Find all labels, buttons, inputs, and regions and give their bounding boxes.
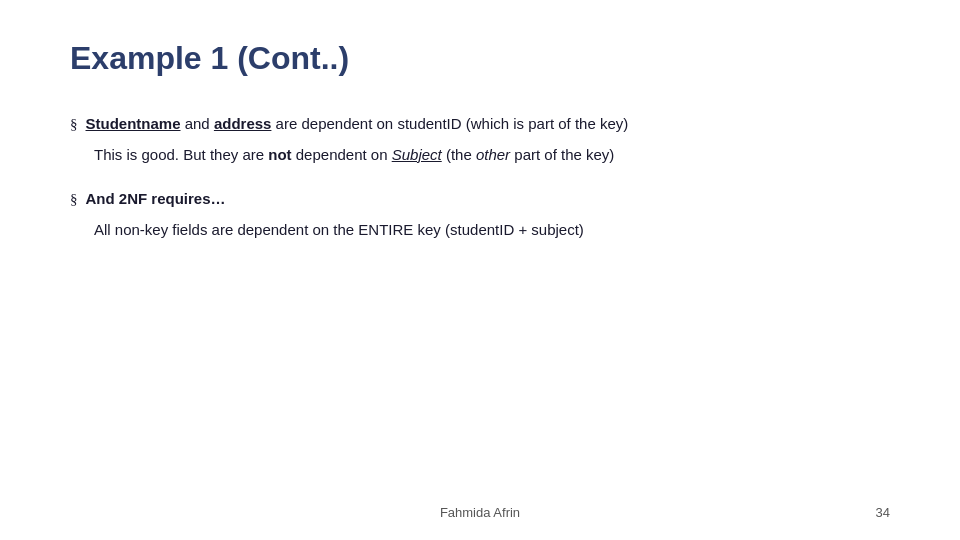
bullet-line-1: § Studentname and address are dependent …: [70, 113, 890, 136]
address-text: address: [214, 115, 272, 132]
studentname-text: Studentname: [86, 115, 181, 132]
sub-post-text: dependent on: [292, 146, 392, 163]
slide: Example 1 (Cont..) § Studentname and add…: [0, 0, 960, 540]
slide-title: Example 1 (Cont..): [70, 40, 890, 77]
footer-author: Fahmida Afrin: [0, 505, 960, 520]
bullet-section-1: § Studentname and address are dependent …: [70, 113, 890, 166]
bullet-marker-2: §: [70, 191, 78, 208]
bullet-1-subline: This is good. But they are not dependent…: [94, 144, 890, 167]
bullet-2-text: And 2NF requires…: [86, 188, 226, 211]
bullet-2-subline: All non-key fields are dependent on the …: [94, 219, 890, 242]
subject-text: Subject: [392, 146, 442, 163]
sub-middle-text: (the: [442, 146, 476, 163]
other-text: other: [476, 146, 510, 163]
sub-end-text: part of the key): [510, 146, 614, 163]
bullet-1-text: Studentname and address are dependent on…: [86, 113, 629, 136]
bullet-marker-1: §: [70, 116, 78, 133]
sub-pre-text: This is good. But they are: [94, 146, 268, 163]
not-text: not: [268, 146, 291, 163]
bullet-1-rest: are dependent on studentID (which is par…: [271, 115, 628, 132]
footer: Fahmida Afrin 34: [0, 505, 960, 520]
footer-page-number: 34: [876, 505, 890, 520]
bullet-line-2: § And 2NF requires…: [70, 188, 890, 211]
and-text: and: [181, 115, 214, 132]
bullet-section-2: § And 2NF requires… All non-key fields a…: [70, 188, 890, 241]
